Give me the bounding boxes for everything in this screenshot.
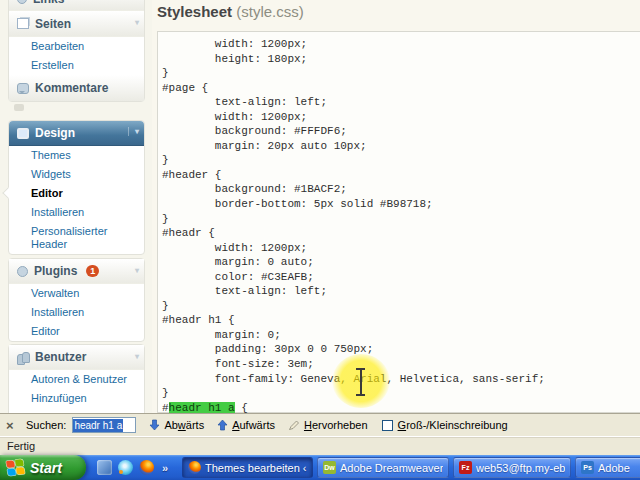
code-line: text-align: left; [162,284,640,299]
browser-status-bar: Fertig [0,436,640,455]
filezilla-icon: Fz [459,461,472,474]
arrow-down-icon [149,419,160,431]
sidebar-item-autoren-benutzer[interactable]: Autoren & Benutzer [9,370,144,389]
page-title-filename: (style.css) [236,3,304,20]
close-icon[interactable]: × [6,418,22,433]
code-line: font-size: 3em; [162,357,640,372]
quick-launch-overflow-chevron[interactable]: » [162,462,168,474]
sidebar-item-label: Benutzer [35,350,86,364]
code-line: background: #1BACF2; [162,182,640,197]
page-title-main: Stylesheet [157,3,232,20]
internet-explorer-icon[interactable] [118,460,133,475]
find-label: Suchen: [26,419,66,431]
code-line: #header { [162,168,640,183]
chevron-down-icon[interactable]: ▾ [135,352,139,361]
sidebar-item-plugins-editor[interactable]: Editor [9,322,144,341]
plugins-icon [17,266,28,277]
sidebar-item-links[interactable]: Links [9,0,144,11]
code-line: border-bottom: 5px solid #B98718; [162,197,640,212]
design-icon [17,128,29,139]
sidebar-item-hinzufuegen[interactable]: Hinzufügen [9,389,144,408]
code-line: #page { [162,81,640,96]
code-line: } [162,66,640,81]
chevron-down-icon[interactable]: ▾ [128,127,139,136]
status-text: Fertig [7,440,35,452]
search-input[interactable]: headr h1 a [72,417,136,433]
code-line: font-family: Geneva, Arial, Helvetica, s… [162,372,640,387]
highlight-all-button[interactable]: Hervorheben [288,419,368,431]
dreamweaver-icon: Dw [323,461,336,474]
quick-launch-bar: » [92,455,168,480]
code-line: #headr h1 { [162,313,640,328]
sidebar-item-personalisierter-header[interactable]: Personalisierter Header [9,222,129,254]
taskbar-button-firefox[interactable]: Themes bearbeiten ‹ ... [182,457,313,478]
chevron-down-icon[interactable]: ▾ [135,18,139,27]
sidebar-item-verwalten[interactable]: Verwalten [9,284,144,303]
menu-box-benutzer: Benutzer ▾ Autoren & Benutzer Hinzufügen… [8,344,145,413]
comments-icon [17,83,29,94]
sidebar-item-plugins[interactable]: Plugins 1 ▾ [9,259,144,284]
sidebar-collapse-arrow[interactable] [14,104,24,111]
menu-box-plugins: Plugins 1 ▾ Verwalten Installieren Edito… [8,258,145,342]
firefox-icon[interactable] [139,460,154,475]
arrow-up-icon [217,419,228,431]
windows-logo-icon [6,459,25,476]
search-input-selected-text: headr h1 a [73,419,123,432]
firefox-icon [188,461,201,474]
taskbar-buttons: Themes bearbeiten ‹ ... Dw Adobe Dreamwe… [182,457,640,478]
sidebar-item-kommentare[interactable]: Kommentare [9,75,144,101]
pages-icon [17,18,29,29]
stylesheet-editor-textarea[interactable]: width: 1200px; height: 180px;}#page { te… [157,31,640,413]
find-next-button[interactable]: Abwärts [149,419,204,431]
sidebar-item-label: Plugins [34,264,77,278]
code-line: padding: 30px 0 0 750px; [162,342,640,357]
code-line: text-align: left; [162,95,640,110]
code-line: height: 180px; [162,52,640,67]
menu-box-design: Design ▾ Themes Widgets Editor Installie… [8,120,145,255]
code-line: } [162,386,640,401]
firefox-find-bar: × Suchen: headr h1 a Abwärts Aufwärts He… [0,413,640,436]
sidebar-item-installieren[interactable]: Installieren [9,203,144,222]
sidebar-item-label: Links [33,0,64,6]
taskbar-button-dreamweaver[interactable]: Dw Adobe Dreamweaver ... [317,457,449,478]
sidebar-item-label: Design [35,126,75,140]
code-line: color: #C3EAFB; [162,270,640,285]
taskbar-button-filezilla[interactable]: Fz web53@ftp.my-eboo... [453,457,571,478]
code-line: margin: 20px auto 10px; [162,139,640,154]
code-line: } [162,299,640,314]
match-case-checkbox[interactable] [382,420,393,431]
code-line: width: 1200px; [162,241,640,256]
wordpress-admin-sidebar: Links Seiten ▾ Bearbeiten Erstellen Komm… [0,0,152,413]
code-line: margin: 0 auto; [162,255,640,270]
sidebar-item-bearbeiten[interactable]: Bearbeiten [9,37,144,56]
code-line: width: 1200px; [162,110,640,125]
sidebar-item-benutzer[interactable]: Benutzer ▾ [9,345,144,370]
browser-window: Links Seiten ▾ Bearbeiten Erstellen Komm… [0,0,640,480]
sidebar-item-seiten[interactable]: Seiten ▾ [9,11,144,37]
start-button-label: Start [30,460,62,476]
taskbar-button-photoshop[interactable]: Ps Adobe [575,457,640,478]
current-item-notch [2,187,13,198]
code-lines: width: 1200px; height: 180px;}#page { te… [158,32,640,401]
find-highlight-match: headr h1 a [169,402,235,414]
sidebar-item-design[interactable]: Design ▾ [9,121,144,146]
chevron-down-icon[interactable]: ▾ [135,266,139,275]
start-button[interactable]: Start [0,455,86,480]
quick-launch-app-icon[interactable] [97,460,112,475]
sidebar-item-label: Seiten [35,17,71,31]
menu-box-top: Links Seiten ▾ Bearbeiten Erstellen Komm… [8,0,145,102]
sidebar-item-label: Kommentare [35,81,108,95]
plugins-update-badge: 1 [86,265,99,277]
sidebar-item-erstellen[interactable]: Erstellen [9,56,144,75]
code-line: background: #FFFDF6; [162,124,640,139]
users-icon [17,352,29,363]
sidebar-item-plugins-installieren[interactable]: Installieren [9,303,144,322]
windows-taskbar: Start » Themes bearbeiten ‹ ... Dw Adobe… [0,455,640,480]
sidebar-item-widgets[interactable]: Widgets [9,165,144,184]
sidebar-item-themes[interactable]: Themes [9,146,144,165]
match-case-label[interactable]: Groß-/Kleinschreibung [398,419,508,431]
code-line: margin: 0; [162,328,640,343]
sidebar-item-editor-selected[interactable]: Editor [9,184,144,203]
code-line: } [162,212,640,227]
find-previous-button[interactable]: Aufwärts [217,419,275,431]
